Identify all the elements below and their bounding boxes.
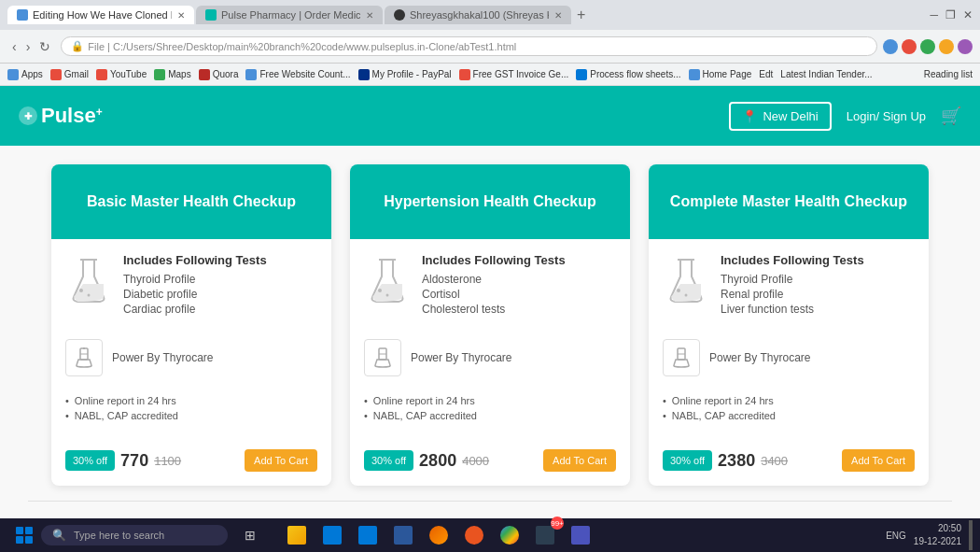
browser-tab-2[interactable]: Pulse Pharmacy | Order Medici... ✕ xyxy=(196,6,383,24)
taskbar-app-notification[interactable]: 99+ xyxy=(528,518,562,552)
taskbar-search-bar[interactable]: 🔍 Type here to search xyxy=(41,525,228,545)
flask-icon-3 xyxy=(663,253,709,309)
card2-powered-section: Power By Thyrocare xyxy=(364,332,616,384)
login-link[interactable]: Login/ xyxy=(847,109,879,123)
card1-tests-info: Includes Following Tests Thyroid Profile… xyxy=(123,253,317,318)
card2-features: • Online report in 24 hrs • NABL, CAP ac… xyxy=(364,395,616,421)
card2-feature-2: • NABL, CAP accredited xyxy=(364,410,616,421)
card3-add-cart-button[interactable]: Add To Cart xyxy=(842,449,915,472)
card1-add-cart-button[interactable]: Add To Cart xyxy=(245,449,317,472)
card3-tests-title: Includes Following Tests xyxy=(721,253,915,267)
location-text: New Delhi xyxy=(763,109,818,123)
tab3-close[interactable]: ✕ xyxy=(554,10,562,21)
bookmark-readinglist[interactable]: Reading list xyxy=(924,69,973,79)
cards-container: Basic Master Health Checkup xyxy=(28,164,952,486)
card1-feature-2: • NABL, CAP accredited xyxy=(65,410,317,421)
logo-cross-icon: ✚ xyxy=(19,106,37,125)
window-restore[interactable]: ❐ xyxy=(945,8,956,21)
card1-features: • Online report in 24 hrs • NABL, CAP ac… xyxy=(65,395,317,421)
taskbar-app-teams[interactable] xyxy=(564,518,597,552)
reload-button[interactable]: ↻ xyxy=(35,37,55,56)
show-desktop-button[interactable] xyxy=(969,520,973,550)
bookmark-gst[interactable]: Free GST Invoice Ge... xyxy=(459,69,569,80)
window-close[interactable]: ✕ xyxy=(963,8,973,21)
website-content: ✚ Pulse + 📍 New Delhi Login/ Sign Up 🛒 B… xyxy=(0,86,980,523)
card1-feature-2-text: NABL, CAP accredited xyxy=(75,410,178,421)
extension-icon-4[interactable] xyxy=(939,39,954,54)
bookmark-quora-label: Quora xyxy=(213,69,239,79)
taskbar-app-vscode[interactable] xyxy=(315,518,349,552)
card2-tests-title: Includes Following Tests xyxy=(422,253,616,267)
taskbar-search-placeholder: Type here to search xyxy=(74,530,164,541)
card2-powered-text: Power By Thyrocare xyxy=(411,351,512,364)
extension-icon-2[interactable] xyxy=(902,39,917,54)
card2-tests-section: Includes Following Tests Aldosterone Cor… xyxy=(364,253,616,318)
card2-feature-1-text: Online report in 24 hrs xyxy=(373,395,475,406)
vscode-icon xyxy=(323,526,342,545)
card2-add-cart-button[interactable]: Add To Cart xyxy=(543,449,616,472)
chrome-icon xyxy=(500,526,519,545)
card2-feature-1: • Online report in 24 hrs xyxy=(364,395,616,406)
cart-icon[interactable]: 🛒 xyxy=(941,106,961,126)
extension-icon-1[interactable] xyxy=(883,39,898,54)
card2-test-1: Aldosterone xyxy=(422,273,616,286)
flask-icon-1 xyxy=(65,253,112,309)
main-content: Basic Master Health Checkup xyxy=(0,146,980,523)
tab1-close[interactable]: ✕ xyxy=(177,10,185,21)
bookmark-homepage[interactable]: Home Page xyxy=(689,69,752,80)
bookmark-apps[interactable]: Apps xyxy=(7,69,43,80)
taskbar-app-explorer[interactable] xyxy=(280,518,314,552)
card1-off-badge: 30% off xyxy=(65,450,115,471)
taskbar-right: ENG 20:50 19-12-2021 xyxy=(886,520,973,550)
forward-button[interactable]: › xyxy=(21,37,35,56)
bookmark-paypal-label: My Profile - PayPal xyxy=(372,69,452,79)
site-logo[interactable]: ✚ Pulse + xyxy=(19,104,103,128)
bookmark-fwc[interactable]: Free Website Count... xyxy=(245,69,350,80)
card2-body: Includes Following Tests Aldosterone Cor… xyxy=(350,239,630,449)
browser-tab-1[interactable]: Editing How We Have Cloned P... ✕ xyxy=(7,6,194,24)
location-button[interactable]: 📍 New Delhi xyxy=(729,102,831,131)
bookmark-gst-label: Free GST Invoice Ge... xyxy=(473,69,569,79)
bookmark-paypal[interactable]: My Profile - PayPal xyxy=(358,69,452,80)
card1-footer: 30% off 770 1100 Add To Cart xyxy=(51,449,331,486)
address-bar[interactable]: 🔒 File | C:/Users/Shree/Desktop/main%20b… xyxy=(61,36,877,56)
tab2-close[interactable]: ✕ xyxy=(366,10,373,21)
bookmark-gmail-label: Gmail xyxy=(64,69,89,79)
taskbar-app-chrome[interactable] xyxy=(493,518,526,552)
bookmark-youtube[interactable]: YouTube xyxy=(96,69,147,80)
start-button[interactable] xyxy=(7,518,41,552)
bookmark-quora[interactable]: Quora xyxy=(199,69,239,80)
tab2-label: Pulse Pharmacy | Order Medici... xyxy=(221,9,360,21)
card3-powered-text: Power By Thyrocare xyxy=(709,351,811,364)
gmail-icon xyxy=(50,69,62,80)
bookmark-tender[interactable]: Latest Indian Tender... xyxy=(780,69,872,79)
taskbar-app-ubuntu[interactable] xyxy=(457,518,491,552)
card-complete-master: Complete Master Health Checkup xyxy=(649,164,929,486)
back-button[interactable]: ‹ xyxy=(7,37,21,56)
auth-links[interactable]: Login/ Sign Up xyxy=(847,109,926,123)
card1-tests-section: Includes Following Tests Thyroid Profile… xyxy=(65,253,317,318)
extension-icon-5[interactable] xyxy=(958,39,973,54)
extension-icon-3[interactable] xyxy=(920,39,935,54)
ubuntu-icon xyxy=(465,526,483,545)
flask-svg-2 xyxy=(369,258,406,304)
card2-footer: 30% off 2800 4000 Add To Cart xyxy=(350,449,630,486)
browser-tab-3[interactable]: Shreyasgkhakal100 (Shreyas Kha... ✕ xyxy=(385,6,571,24)
card1-header: Basic Master Health Checkup xyxy=(51,164,331,239)
bookmark-edt[interactable]: Edt xyxy=(759,69,773,79)
bookmark-maps[interactable]: Maps xyxy=(154,69,190,80)
bookmark-gmail[interactable]: Gmail xyxy=(50,69,89,80)
paypal-icon xyxy=(358,69,370,80)
new-tab-button[interactable]: + xyxy=(577,7,585,23)
taskbar-app-edge[interactable] xyxy=(351,518,385,552)
task-view-button[interactable]: ⊞ xyxy=(235,520,265,550)
bookmark-process[interactable]: Process flow sheets... xyxy=(576,69,680,80)
signup-link[interactable]: Sign Up xyxy=(883,109,926,123)
teams-icon xyxy=(571,526,590,545)
taskbar-app-word[interactable] xyxy=(386,518,420,552)
taskbar-app-firefox[interactable] xyxy=(422,518,455,552)
window-minimize[interactable]: ─ xyxy=(930,8,938,21)
firefox-icon xyxy=(429,526,448,545)
card2-test-3: Cholesterol tests xyxy=(422,303,616,316)
apps-icon xyxy=(7,69,19,80)
